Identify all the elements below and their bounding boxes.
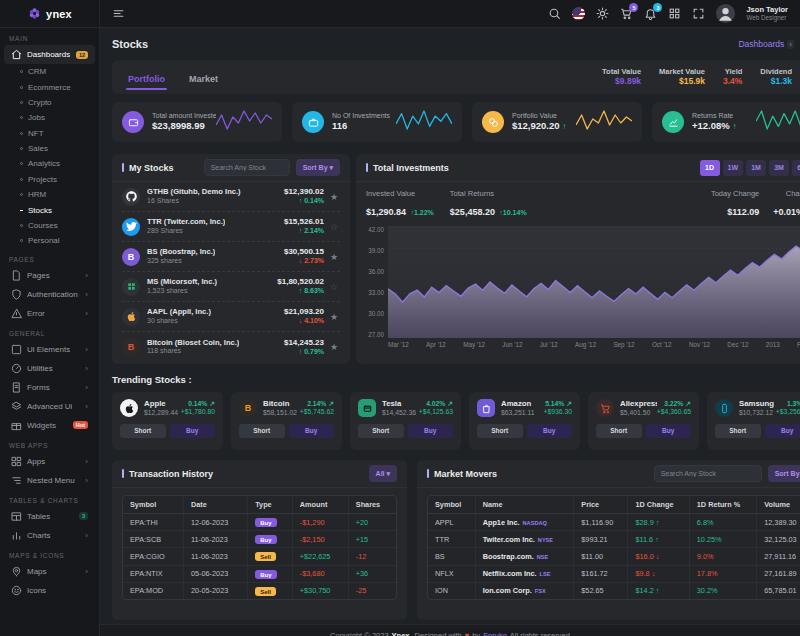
user-menu[interactable]: Json Taylor Web Designer — [746, 6, 788, 22]
range-button-3m[interactable]: 3M — [769, 160, 789, 176]
sidebar-subitem-crypto[interactable]: Crypto — [0, 95, 99, 110]
sidebar-item-maps[interactable]: Maps› — [4, 562, 95, 581]
short-button[interactable]: Short — [358, 424, 404, 438]
sidebar-subitem-hrm[interactable]: HRM — [0, 187, 99, 202]
sidebar-subitem-courses[interactable]: Courses — [0, 218, 99, 233]
file-icon — [11, 270, 22, 281]
sidebar-subitem-jobs[interactable]: Jobs — [0, 110, 99, 125]
sidebar-item-dashboards[interactable]: Dashboards12 — [4, 45, 95, 64]
sidebar-subitem-ecommerce[interactable]: Ecommerce — [0, 79, 99, 94]
stock-row-ms[interactable]: MS (Micorsoft, Inc.)1,523 shares$1,80,52… — [122, 272, 340, 302]
table-row[interactable]: BSBoostrap.com.NSE$11.00$16.0 ↓9.0%27,91… — [428, 548, 800, 565]
favorite-star-icon[interactable]: ★ — [330, 312, 340, 322]
stock-row-gthb[interactable]: GTHB (Gituhb, Demo Inc.)16 Shares$12,390… — [122, 182, 340, 212]
column-header-symbol: Symbol — [123, 496, 183, 514]
short-button[interactable]: Short — [239, 424, 285, 438]
page-header: Stocks Dashboards› — [112, 34, 800, 54]
favorite-star-icon[interactable]: ★ — [330, 192, 340, 202]
tab-portfolio[interactable]: Portfolio — [126, 64, 167, 92]
user-name: Json Taylor — [746, 6, 788, 15]
sidebar-subitem-analytics[interactable]: Analytics — [0, 156, 99, 171]
theme-toggle-icon[interactable] — [596, 7, 609, 20]
x-axis-tick: Mar '12 — [388, 341, 409, 348]
apps-grid-icon[interactable] — [668, 7, 681, 20]
brand-logo[interactable]: ynex — [0, 0, 99, 28]
movers-sort-by-button[interactable]: Sort By ▾ — [768, 465, 800, 482]
sidebar-item-authentication[interactable]: Authentication› — [4, 285, 95, 304]
stock-row-bitcoin[interactable]: BBitcoin (Bioset Coin, Inc.)118 shares$1… — [122, 332, 340, 362]
short-button[interactable]: Short — [715, 424, 761, 438]
buy-button[interactable]: Buy — [289, 424, 335, 438]
favorite-star-icon[interactable]: ★ — [330, 342, 340, 352]
fullscreen-icon[interactable] — [692, 7, 705, 20]
search-icon[interactable] — [548, 7, 561, 20]
favorite-star-icon[interactable]: ☆ — [330, 222, 340, 232]
smile-icon — [11, 585, 22, 596]
chevron-right-icon: › — [85, 567, 88, 576]
sidebar-item-utilities[interactable]: Utilities› — [4, 359, 95, 378]
buy-button[interactable]: Buy — [527, 424, 573, 438]
buy-button[interactable]: Buy — [170, 424, 216, 438]
sidebar-item-forms[interactable]: Forms› — [4, 378, 95, 397]
sidebar-subitem-stocks[interactable]: Stocks — [0, 202, 99, 217]
favorite-star-icon[interactable]: ★ — [330, 252, 340, 262]
cart-icon[interactable]: 5 — [620, 7, 633, 20]
sidebar-item-icons[interactable]: Icons — [4, 581, 95, 600]
movers-search-input[interactable] — [654, 465, 762, 482]
table-row[interactable]: EPA:MOD20-05-2023Sell+$30,750-25 — [123, 582, 396, 599]
range-button-1d[interactable]: 1D — [700, 160, 720, 176]
table-row[interactable]: TTRTwiter.com Inc.NYSE$993.21$11.6 ↑10.2… — [428, 531, 800, 548]
table-row[interactable]: EPA:NTIX05-06-2023Buy-$3,680+36 — [123, 565, 396, 582]
sidebar-item-charts[interactable]: Charts› — [4, 526, 95, 545]
range-button-6m[interactable]: 6M — [792, 160, 800, 176]
sidebar-subitem-crm[interactable]: CRM — [0, 64, 99, 79]
content: Stocks Dashboards› PortfolioMarket Total… — [100, 34, 800, 620]
sidebar-item-tables[interactable]: Tables3 — [4, 507, 95, 526]
short-button[interactable]: Short — [120, 424, 166, 438]
stock-row-aapl[interactable]: AAPL (Appil, Inc.)30 shares$21,093.20↓ 4… — [122, 302, 340, 332]
sidebar-item-apps[interactable]: Apps› — [4, 452, 95, 471]
buy-button[interactable]: Buy — [408, 424, 454, 438]
bootstrap-icon: B — [122, 248, 140, 266]
sidebar-subitem-sales[interactable]: Sales — [0, 141, 99, 156]
sidebar-item-ui-elements[interactable]: Ui Elements› — [4, 340, 95, 359]
sidebar-subitem-projects[interactable]: Projects — [0, 172, 99, 187]
stock-row-bs[interactable]: BBS (Boostrap, Inc.)325 shares$30,500.15… — [122, 242, 340, 272]
sidebar-item-error[interactable]: Error› — [4, 304, 95, 323]
menu-toggle-icon[interactable] — [112, 7, 125, 20]
range-button-1w[interactable]: 1W — [723, 160, 744, 176]
sidebar-item-label: Icons — [27, 586, 46, 595]
stocks-search-input[interactable] — [204, 159, 290, 176]
tab-market[interactable]: Market — [187, 64, 220, 92]
table-row[interactable]: EPA:CGIO11-06-2023Sell+$22,625-12 — [123, 548, 396, 565]
short-button[interactable]: Short — [596, 424, 642, 438]
table-row[interactable]: APPLApp1e Inc.NASDAQ$1,116.90$28.9 ↑6.8%… — [428, 514, 800, 531]
sidebar-category-general: GENERAL — [0, 323, 99, 340]
sidebar-item-nested-menu[interactable]: Nested Menu› — [4, 471, 95, 490]
short-button[interactable]: Short — [477, 424, 523, 438]
buy-button[interactable]: Buy — [646, 424, 692, 438]
favorite-star-icon[interactable]: ☆ — [330, 282, 340, 292]
vendor-link[interactable]: Spruko — [483, 631, 507, 636]
table-row[interactable]: EPA:THI12-06-2023Buy-$1,290+20 — [123, 514, 396, 531]
stock-row-ttr[interactable]: TTR (Twiter.com, Inc.)289 Shares$15,526.… — [122, 212, 340, 242]
language-flag-icon[interactable] — [572, 7, 585, 20]
sidebar-item-advanced-ui[interactable]: Advanced Ui› — [4, 397, 95, 416]
breadcrumb[interactable]: Dashboards› — [738, 39, 794, 49]
sidebar-item-pages[interactable]: Pages› — [4, 266, 95, 285]
buy-button[interactable]: Buy — [765, 424, 800, 438]
sidebar-subitem-personal[interactable]: Personal — [0, 233, 99, 248]
range-button-1m[interactable]: 1M — [746, 160, 766, 176]
sidebar-item-label: Nested Menu — [27, 476, 75, 485]
sidebar-item-widgets[interactable]: WidgetsHot — [4, 416, 95, 435]
notifications-bell-icon[interactable]: 3 — [644, 7, 657, 20]
table-row[interactable]: EPA:SCB11-06-2023Buy-$2,150+15 — [123, 531, 396, 548]
table-row[interactable]: IONIon.com Corp.FSX$52.65$14.2 ↑30.2%65,… — [428, 582, 800, 599]
filter-all-button[interactable]: All ▾ — [369, 465, 397, 482]
user-avatar[interactable] — [716, 4, 735, 23]
table-row[interactable]: NFLXNetflix.com Inc.LSE$161.72$9.8 ↓17.8… — [428, 565, 800, 582]
total-investments-panel: Total Investments 1D1W1M3M6M Invested Va… — [356, 154, 800, 364]
sort-by-button[interactable]: Sort By ▾ — [296, 159, 340, 176]
sidebar-item-label: Widgets — [27, 421, 56, 430]
sidebar-subitem-nft[interactable]: NFT — [0, 126, 99, 141]
